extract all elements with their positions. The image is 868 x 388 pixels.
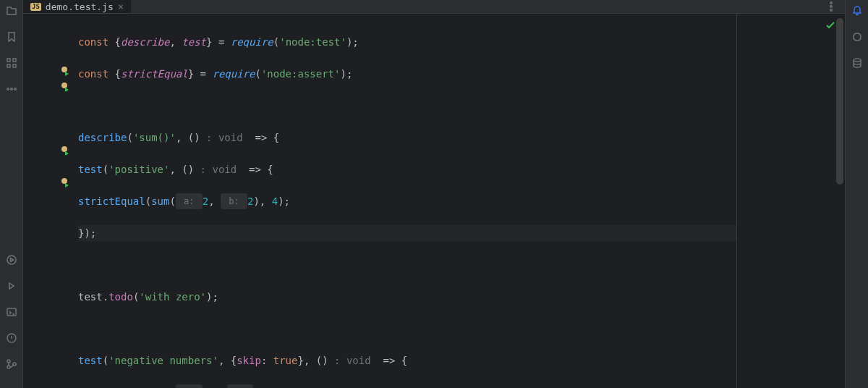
editor-tab-bar: JS demo.test.js × <box>23 0 845 14</box>
svg-point-18 <box>61 146 67 152</box>
more-icon[interactable] <box>5 83 18 96</box>
svg-point-4 <box>7 88 9 90</box>
svg-point-16 <box>61 67 67 72</box>
svg-point-19 <box>61 178 67 184</box>
notifications-icon[interactable] <box>851 4 864 17</box>
run-gutter-icon[interactable] <box>61 66 72 77</box>
js-file-icon: JS <box>30 3 41 11</box>
svg-rect-8 <box>7 308 16 316</box>
problems-icon[interactable] <box>5 332 18 345</box>
svg-rect-0 <box>7 59 10 62</box>
ai-assistant-icon[interactable] <box>851 30 864 43</box>
scrollbar-thumb[interactable] <box>836 18 843 185</box>
debug-tool-icon[interactable] <box>5 279 18 292</box>
inspections-ok-icon[interactable] <box>825 20 836 31</box>
database-icon[interactable] <box>851 56 864 69</box>
editor-gutter <box>23 14 78 388</box>
editor-right-gutter <box>736 14 845 388</box>
left-tool-rail <box>0 0 23 388</box>
svg-point-5 <box>10 88 12 90</box>
svg-point-15 <box>830 9 833 12</box>
svg-rect-2 <box>7 64 10 67</box>
code-editor[interactable]: const {describe, test} = require('node:t… <box>23 14 845 388</box>
svg-point-6 <box>14 88 16 90</box>
svg-point-7 <box>7 256 16 264</box>
svg-point-29 <box>854 59 861 62</box>
run-tool-icon[interactable] <box>5 253 18 266</box>
svg-point-14 <box>830 6 833 8</box>
structure-icon[interactable] <box>5 56 18 69</box>
bookmarks-icon[interactable] <box>5 30 18 43</box>
svg-rect-3 <box>13 64 16 67</box>
svg-point-13 <box>830 2 833 4</box>
svg-point-17 <box>61 83 67 88</box>
svg-point-11 <box>7 366 10 368</box>
terminal-icon[interactable] <box>5 305 18 319</box>
code-area[interactable]: const {describe, test} = require('node:t… <box>78 14 736 388</box>
close-icon[interactable]: × <box>118 1 124 12</box>
run-gutter-icon[interactable] <box>61 82 72 93</box>
tab-actions-icon[interactable] <box>825 0 838 13</box>
right-tool-rail <box>845 0 868 388</box>
project-icon[interactable] <box>5 4 18 17</box>
run-gutter-icon[interactable] <box>61 177 72 189</box>
svg-point-10 <box>7 360 10 363</box>
vcs-icon[interactable] <box>5 358 18 371</box>
svg-rect-1 <box>13 59 16 62</box>
vertical-scrollbar[interactable] <box>836 14 843 388</box>
tab-demo-test-js[interactable]: JS demo.test.js × <box>23 0 131 13</box>
tab-label: demo.test.js <box>46 1 114 12</box>
run-gutter-icon[interactable] <box>61 146 72 157</box>
